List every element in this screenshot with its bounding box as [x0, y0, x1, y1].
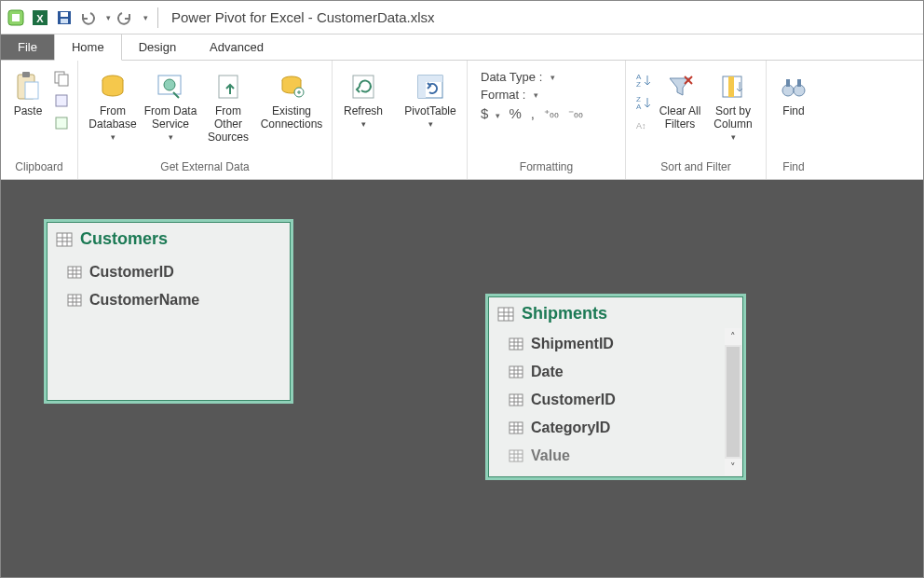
chevron-down-icon: ▾: [111, 132, 116, 142]
from-data-service-button[interactable]: From Data Service ▾: [142, 64, 199, 142]
excel-icon: X: [31, 8, 49, 27]
sort-asc-button[interactable]: AZ: [633, 70, 654, 90]
from-database-label: From Database: [88, 105, 136, 131]
chevron-down-icon: ▾: [361, 119, 366, 129]
shipments-scrollbar[interactable]: ˄ ˅: [725, 328, 741, 475]
svg-rect-1: [12, 14, 20, 21]
field-value[interactable]: Value: [488, 442, 725, 470]
sort-desc-button[interactable]: ZA: [633, 92, 654, 113]
group-refresh: Refresh ▾: [333, 61, 394, 179]
increase-decimal-button[interactable]: ⁺₀₀: [544, 107, 559, 120]
format-dropdown[interactable]: Format :▾: [481, 88, 616, 102]
svg-rect-57: [510, 338, 523, 350]
table-icon: [56, 232, 73, 247]
pivottable-icon: [414, 70, 447, 103]
titlebar: X ▾ ▾ Power Pivot for Excel - CustomerDa…: [1, 1, 923, 34]
tab-home[interactable]: Home: [54, 34, 122, 61]
from-other-sources-button[interactable]: From Other Sources: [199, 64, 257, 144]
decrease-decimal-button[interactable]: ⁻₀₀: [568, 107, 583, 120]
currency-button[interactable]: $ ▾: [481, 105, 500, 121]
database-icon: [96, 70, 129, 103]
other-sources-icon: [211, 70, 245, 103]
group-find: Find Find: [767, 61, 821, 179]
field-shipments-customerid[interactable]: CustomerID: [488, 386, 725, 414]
data-type-dropdown[interactable]: Data Type :▾: [481, 70, 616, 84]
paste-icon: [11, 70, 45, 103]
svg-rect-72: [510, 422, 523, 434]
percent-button[interactable]: %: [510, 105, 522, 121]
svg-rect-13: [56, 117, 67, 129]
group-clipboard-label: Clipboard: [7, 157, 72, 179]
chevron-down-icon: ▾: [731, 132, 736, 142]
redo-dropdown-icon[interactable]: ▾: [143, 13, 148, 22]
copy-icon[interactable]: [51, 68, 72, 89]
scroll-thumb[interactable]: [727, 347, 740, 457]
diagram-canvas[interactable]: Customers CustomerID CustomerName Shipme…: [1, 180, 923, 578]
svg-rect-36: [797, 79, 801, 87]
svg-rect-23: [418, 76, 442, 82]
refresh-icon: [346, 70, 380, 103]
scroll-down-icon[interactable]: ˅: [725, 459, 741, 475]
existing-connections-label: Existing Connections: [261, 105, 323, 131]
field-categoryid[interactable]: CategoryID: [488, 414, 725, 442]
group-sort-filter: AZ ZA A↕ Clear All Filters Sort by Colum…: [626, 61, 767, 179]
powerpivot-icon: [7, 8, 25, 27]
svg-rect-37: [57, 233, 72, 246]
group-clipboard: Paste Clipboard: [1, 61, 78, 179]
filter-clear-icon: [663, 70, 697, 103]
tab-file[interactable]: File: [1, 34, 54, 60]
svg-point-16: [164, 79, 175, 90]
sort-column-icon: [716, 70, 750, 103]
sort-by-column-button[interactable]: Sort by Column ▾: [706, 64, 760, 142]
table-icon: [509, 449, 523, 462]
table-shipments-title[interactable]: Shipments: [488, 296, 743, 333]
find-button[interactable]: Find: [772, 64, 815, 118]
window-title: Power Pivot for Excel - CustomerData.xls…: [171, 9, 435, 25]
table-shipments[interactable]: Shipments ShipmentID Date CustomerID Cat…: [485, 294, 746, 480]
from-database-button[interactable]: From Database ▾: [84, 64, 142, 142]
svg-rect-67: [510, 394, 523, 406]
undo-icon[interactable]: [79, 8, 98, 27]
group-find-label: Find: [772, 157, 815, 179]
svg-rect-77: [510, 450, 523, 461]
scroll-up-icon[interactable]: ˄: [725, 328, 741, 345]
svg-text:A: A: [636, 103, 642, 110]
svg-rect-5: [61, 12, 68, 17]
redo-icon[interactable]: [116, 8, 135, 27]
refresh-button[interactable]: Refresh ▾: [338, 64, 388, 129]
chevron-down-icon: ▾: [169, 132, 173, 142]
format-painter-icon[interactable]: [51, 113, 72, 133]
existing-connections-button[interactable]: Existing Connections: [257, 64, 326, 131]
group-formatting-label: Formatting: [473, 157, 619, 179]
svg-rect-6: [61, 19, 68, 23]
field-shipmentid[interactable]: ShipmentID: [488, 330, 725, 358]
svg-rect-12: [56, 95, 67, 106]
clear-filters-button[interactable]: Clear All Filters: [654, 64, 706, 131]
table-customers-title[interactable]: Customers: [47, 222, 291, 258]
undo-dropdown-icon[interactable]: ▾: [106, 13, 111, 22]
cut-icon[interactable]: [51, 90, 72, 111]
svg-rect-11: [59, 75, 68, 86]
table-customers[interactable]: Customers CustomerID CustomerName: [44, 219, 293, 404]
table-icon: [509, 337, 523, 351]
field-date[interactable]: Date: [488, 358, 725, 386]
group-formatting: Data Type :▾ Format :▾ $ ▾ % , ⁺₀₀ ⁻₀₀ F…: [468, 61, 626, 179]
refresh-label: Refresh: [344, 105, 383, 118]
svg-rect-62: [510, 366, 523, 378]
tab-advanced[interactable]: Advanced: [193, 34, 280, 60]
field-customerid[interactable]: CustomerID: [47, 258, 291, 286]
pivottable-button[interactable]: PivotTable ▾: [400, 64, 461, 129]
titlebar-separator: [157, 7, 158, 28]
data-service-icon: [154, 70, 187, 103]
save-icon[interactable]: [55, 8, 74, 27]
sort-by-column-label: Sort by Column: [713, 105, 752, 131]
from-other-sources-label: From Other Sources: [201, 105, 255, 144]
table-icon: [67, 266, 82, 279]
paste-button[interactable]: Paste: [7, 64, 49, 118]
clear-sort-button[interactable]: A↕: [633, 115, 654, 135]
field-customername[interactable]: CustomerName: [47, 286, 291, 314]
table-icon: [509, 421, 523, 434]
tab-design[interactable]: Design: [122, 34, 193, 60]
thousands-button[interactable]: ,: [531, 105, 535, 121]
pivottable-label: PivotTable: [404, 105, 455, 118]
